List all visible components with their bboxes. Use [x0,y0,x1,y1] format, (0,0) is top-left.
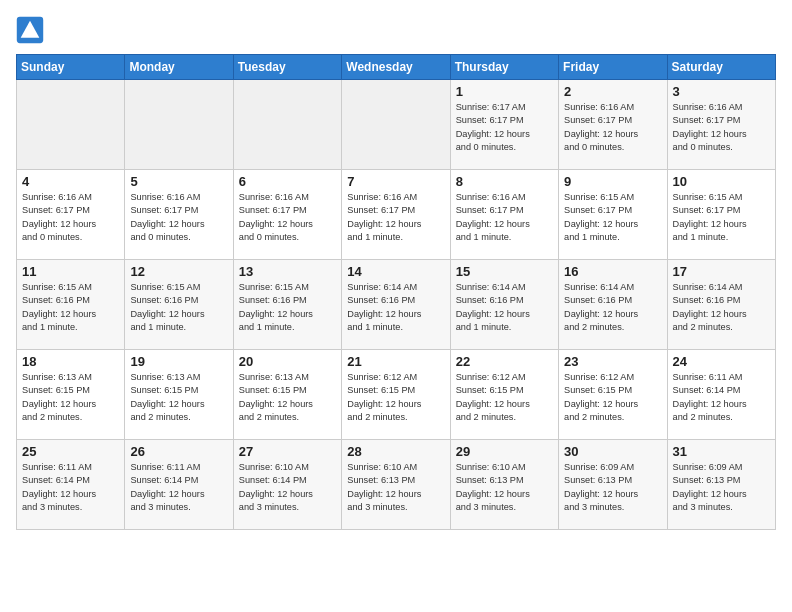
day-info: Sunrise: 6:09 AM Sunset: 6:13 PM Dayligh… [564,461,661,514]
calendar-cell: 12Sunrise: 6:15 AM Sunset: 6:16 PM Dayli… [125,260,233,350]
day-number: 13 [239,264,336,279]
calendar-cell: 6Sunrise: 6:16 AM Sunset: 6:17 PM Daylig… [233,170,341,260]
calendar-cell: 4Sunrise: 6:16 AM Sunset: 6:17 PM Daylig… [17,170,125,260]
day-number: 18 [22,354,119,369]
day-number: 11 [22,264,119,279]
day-number: 4 [22,174,119,189]
day-number: 10 [673,174,770,189]
day-info: Sunrise: 6:16 AM Sunset: 6:17 PM Dayligh… [347,191,444,244]
calendar-cell: 5Sunrise: 6:16 AM Sunset: 6:17 PM Daylig… [125,170,233,260]
calendar-cell: 17Sunrise: 6:14 AM Sunset: 6:16 PM Dayli… [667,260,775,350]
calendar-cell: 23Sunrise: 6:12 AM Sunset: 6:15 PM Dayli… [559,350,667,440]
day-info: Sunrise: 6:11 AM Sunset: 6:14 PM Dayligh… [130,461,227,514]
calendar-cell: 16Sunrise: 6:14 AM Sunset: 6:16 PM Dayli… [559,260,667,350]
calendar-week-row: 4Sunrise: 6:16 AM Sunset: 6:17 PM Daylig… [17,170,776,260]
day-number: 26 [130,444,227,459]
day-number: 19 [130,354,227,369]
day-number: 8 [456,174,553,189]
calendar-cell [125,80,233,170]
day-info: Sunrise: 6:11 AM Sunset: 6:14 PM Dayligh… [22,461,119,514]
day-number: 1 [456,84,553,99]
day-number: 23 [564,354,661,369]
day-info: Sunrise: 6:16 AM Sunset: 6:17 PM Dayligh… [564,101,661,154]
day-number: 12 [130,264,227,279]
day-info: Sunrise: 6:15 AM Sunset: 6:16 PM Dayligh… [22,281,119,334]
calendar-cell: 27Sunrise: 6:10 AM Sunset: 6:14 PM Dayli… [233,440,341,530]
calendar-cell: 3Sunrise: 6:16 AM Sunset: 6:17 PM Daylig… [667,80,775,170]
day-number: 16 [564,264,661,279]
day-number: 5 [130,174,227,189]
day-of-week-header: Monday [125,55,233,80]
calendar-cell: 19Sunrise: 6:13 AM Sunset: 6:15 PM Dayli… [125,350,233,440]
day-of-week-header: Thursday [450,55,558,80]
calendar-cell: 31Sunrise: 6:09 AM Sunset: 6:13 PM Dayli… [667,440,775,530]
day-of-week-header: Friday [559,55,667,80]
day-info: Sunrise: 6:12 AM Sunset: 6:15 PM Dayligh… [347,371,444,424]
day-info: Sunrise: 6:14 AM Sunset: 6:16 PM Dayligh… [347,281,444,334]
calendar-cell [17,80,125,170]
day-number: 30 [564,444,661,459]
day-info: Sunrise: 6:16 AM Sunset: 6:17 PM Dayligh… [673,101,770,154]
logo [16,16,48,44]
day-of-week-header: Sunday [17,55,125,80]
day-info: Sunrise: 6:13 AM Sunset: 6:15 PM Dayligh… [130,371,227,424]
calendar-week-row: 11Sunrise: 6:15 AM Sunset: 6:16 PM Dayli… [17,260,776,350]
day-info: Sunrise: 6:15 AM Sunset: 6:17 PM Dayligh… [673,191,770,244]
calendar-cell: 18Sunrise: 6:13 AM Sunset: 6:15 PM Dayli… [17,350,125,440]
calendar-cell [233,80,341,170]
calendar-cell: 28Sunrise: 6:10 AM Sunset: 6:13 PM Dayli… [342,440,450,530]
day-info: Sunrise: 6:16 AM Sunset: 6:17 PM Dayligh… [22,191,119,244]
calendar-cell: 26Sunrise: 6:11 AM Sunset: 6:14 PM Dayli… [125,440,233,530]
calendar-cell: 24Sunrise: 6:11 AM Sunset: 6:14 PM Dayli… [667,350,775,440]
day-number: 17 [673,264,770,279]
day-info: Sunrise: 6:15 AM Sunset: 6:17 PM Dayligh… [564,191,661,244]
day-info: Sunrise: 6:15 AM Sunset: 6:16 PM Dayligh… [130,281,227,334]
day-number: 29 [456,444,553,459]
day-number: 22 [456,354,553,369]
calendar-week-row: 25Sunrise: 6:11 AM Sunset: 6:14 PM Dayli… [17,440,776,530]
day-info: Sunrise: 6:16 AM Sunset: 6:17 PM Dayligh… [456,191,553,244]
day-number: 31 [673,444,770,459]
calendar-table: SundayMondayTuesdayWednesdayThursdayFrid… [16,54,776,530]
calendar-cell: 2Sunrise: 6:16 AM Sunset: 6:17 PM Daylig… [559,80,667,170]
day-info: Sunrise: 6:15 AM Sunset: 6:16 PM Dayligh… [239,281,336,334]
calendar-cell: 10Sunrise: 6:15 AM Sunset: 6:17 PM Dayli… [667,170,775,260]
calendar-cell [342,80,450,170]
calendar-cell: 1Sunrise: 6:17 AM Sunset: 6:17 PM Daylig… [450,80,558,170]
calendar-cell: 7Sunrise: 6:16 AM Sunset: 6:17 PM Daylig… [342,170,450,260]
day-info: Sunrise: 6:14 AM Sunset: 6:16 PM Dayligh… [564,281,661,334]
calendar-cell: 13Sunrise: 6:15 AM Sunset: 6:16 PM Dayli… [233,260,341,350]
calendar-week-row: 1Sunrise: 6:17 AM Sunset: 6:17 PM Daylig… [17,80,776,170]
day-info: Sunrise: 6:10 AM Sunset: 6:13 PM Dayligh… [456,461,553,514]
day-number: 3 [673,84,770,99]
day-number: 28 [347,444,444,459]
day-number: 21 [347,354,444,369]
calendar-cell: 25Sunrise: 6:11 AM Sunset: 6:14 PM Dayli… [17,440,125,530]
day-info: Sunrise: 6:13 AM Sunset: 6:15 PM Dayligh… [239,371,336,424]
day-of-week-header: Tuesday [233,55,341,80]
day-of-week-header: Saturday [667,55,775,80]
day-number: 27 [239,444,336,459]
day-info: Sunrise: 6:16 AM Sunset: 6:17 PM Dayligh… [239,191,336,244]
day-info: Sunrise: 6:14 AM Sunset: 6:16 PM Dayligh… [456,281,553,334]
day-number: 2 [564,84,661,99]
calendar-cell: 8Sunrise: 6:16 AM Sunset: 6:17 PM Daylig… [450,170,558,260]
day-info: Sunrise: 6:13 AM Sunset: 6:15 PM Dayligh… [22,371,119,424]
day-number: 7 [347,174,444,189]
calendar-cell: 11Sunrise: 6:15 AM Sunset: 6:16 PM Dayli… [17,260,125,350]
calendar-header-row: SundayMondayTuesdayWednesdayThursdayFrid… [17,55,776,80]
calendar-cell: 21Sunrise: 6:12 AM Sunset: 6:15 PM Dayli… [342,350,450,440]
calendar-cell: 30Sunrise: 6:09 AM Sunset: 6:13 PM Dayli… [559,440,667,530]
day-info: Sunrise: 6:10 AM Sunset: 6:13 PM Dayligh… [347,461,444,514]
calendar-cell: 22Sunrise: 6:12 AM Sunset: 6:15 PM Dayli… [450,350,558,440]
day-number: 24 [673,354,770,369]
calendar-cell: 29Sunrise: 6:10 AM Sunset: 6:13 PM Dayli… [450,440,558,530]
day-of-week-header: Wednesday [342,55,450,80]
day-info: Sunrise: 6:12 AM Sunset: 6:15 PM Dayligh… [456,371,553,424]
day-number: 14 [347,264,444,279]
day-number: 25 [22,444,119,459]
day-number: 6 [239,174,336,189]
day-number: 20 [239,354,336,369]
calendar-cell: 9Sunrise: 6:15 AM Sunset: 6:17 PM Daylig… [559,170,667,260]
day-number: 9 [564,174,661,189]
